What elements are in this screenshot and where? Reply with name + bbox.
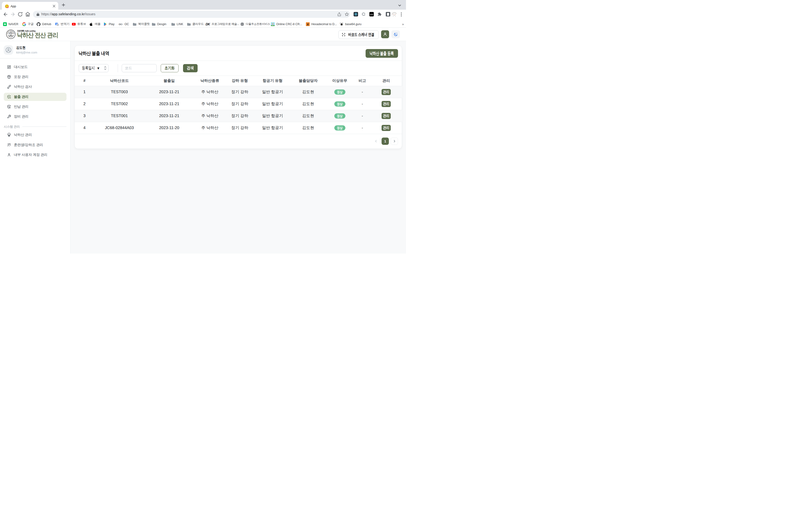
svg-text:R: R (307, 22, 309, 26)
svg-text:文: 文 (57, 24, 59, 26)
svg-text:4: 4 (342, 22, 343, 24)
svg-text:6: 6 (340, 22, 341, 24)
